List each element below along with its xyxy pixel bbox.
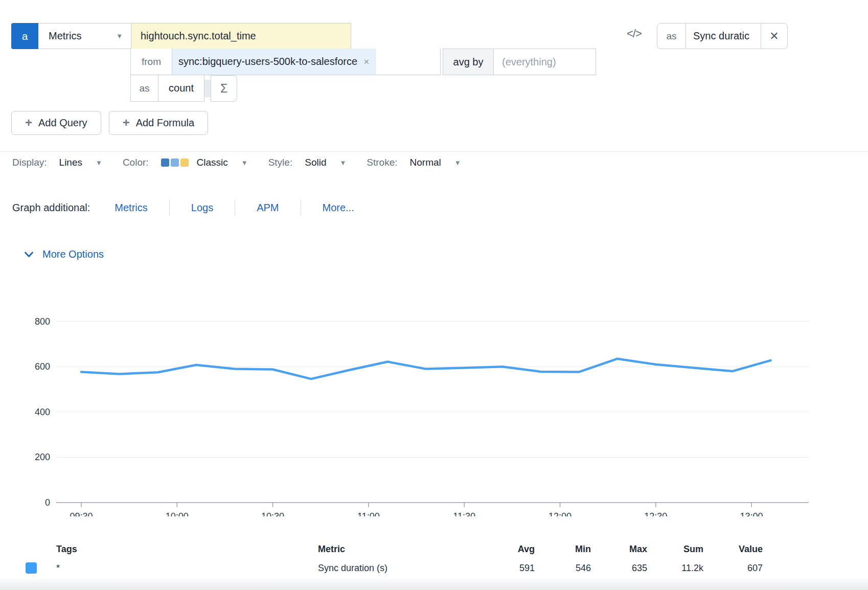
legend-header-avg: Avg: [487, 544, 535, 555]
query-letter-badge: a: [11, 23, 38, 49]
section-divider: [0, 151, 868, 152]
y-axis-label: 600: [35, 361, 50, 372]
series-color-swatch[interactable]: [26, 562, 37, 574]
y-axis-label: 400: [35, 407, 50, 417]
plus-icon: +: [25, 116, 32, 130]
color-label: Color:: [123, 157, 149, 168]
remove-tag-icon[interactable]: ×: [363, 56, 369, 67]
chevron-down-icon: ▼: [116, 32, 123, 40]
legend-value-value: 607: [703, 563, 763, 574]
x-axis-label: 09:30: [70, 511, 93, 516]
legend-header-tags: Tags: [56, 544, 318, 555]
chevron-down-icon[interactable]: ▼: [454, 159, 461, 167]
color-value-dropdown[interactable]: Classic: [197, 157, 228, 168]
graph-additional-label: Graph additional:: [12, 202, 90, 214]
legend-header-value: Value: [703, 544, 763, 555]
group-by-placeholder: (everything): [502, 56, 556, 68]
graph-additional-apm-link[interactable]: APM: [257, 202, 279, 214]
display-label: Display:: [12, 157, 47, 168]
x-axis-label: 11:30: [453, 511, 475, 516]
avg-by-button[interactable]: avg by: [443, 49, 494, 75]
stroke-label: Stroke:: [367, 157, 397, 168]
display-value-dropdown[interactable]: Lines: [59, 157, 82, 168]
legend-metric-value: Sync duration (s): [318, 563, 487, 574]
aggregator-dropdown[interactable]: count: [158, 75, 204, 102]
legend-table: Tags Metric Avg Min Max Sum Value * Sync…: [0, 540, 868, 578]
y-axis-label: 800: [35, 316, 50, 327]
metric-name-input[interactable]: hightouch.sync.total_time: [131, 23, 351, 49]
graph-additional-logs-link[interactable]: Logs: [191, 202, 213, 214]
legend-header-max: Max: [591, 544, 647, 555]
more-options-label: More Options: [42, 248, 104, 260]
style-value-dropdown[interactable]: Solid: [305, 157, 326, 168]
chevron-down-icon[interactable]: ▼: [339, 159, 346, 167]
x-axis-label: 12:00: [549, 511, 572, 516]
more-options-toggle[interactable]: More Options: [25, 248, 104, 260]
add-query-button[interactable]: + Add Query: [11, 111, 101, 135]
palette-color-3: [180, 158, 189, 167]
x-axis-label: 10:30: [261, 511, 284, 516]
data-source-dropdown[interactable]: Metrics ▼: [38, 23, 131, 49]
palette-color-1: [161, 158, 169, 167]
query-row-main: a Metrics ▼ hightouch.sync.total_time: [11, 23, 351, 49]
y-axis-label: 200: [35, 452, 50, 462]
legend-sum-value: 11.2k: [647, 563, 703, 574]
link-divider: [301, 200, 301, 215]
metric-name-value: hightouch.sync.total_time: [141, 30, 256, 42]
palette-color-2: [171, 158, 179, 167]
query-row-from: from sync:bigquery-users-500k-to-salesfo…: [130, 49, 596, 75]
y-axis-label: 0: [45, 497, 50, 508]
graph-additional-metrics-link[interactable]: Metrics: [115, 202, 147, 214]
color-palette-swatch[interactable]: [161, 158, 189, 167]
chevron-down-icon[interactable]: ▼: [96, 159, 102, 167]
legend-header-metric: Metric: [318, 544, 487, 555]
style-label: Style:: [268, 157, 293, 168]
legend-max-value: 635: [591, 563, 647, 574]
as-label: as: [130, 75, 158, 102]
add-formula-label: Add Formula: [136, 117, 195, 129]
chevron-down-icon: [25, 252, 33, 258]
timeseries-chart[interactable]: 020040060080009:3010:0010:3011:0011:3012…: [0, 276, 868, 516]
legend-header-row: Tags Metric Avg Min Max Sum Value: [0, 540, 868, 558]
x-axis-label: 12:30: [644, 511, 667, 516]
stroke-value-dropdown[interactable]: Normal: [410, 157, 441, 168]
x-axis-label: 10:00: [166, 511, 189, 516]
legend-series-row[interactable]: * Sync duration (s) 591 546 635 11.2k 60…: [0, 558, 868, 578]
alias-group: as Sync duratic ✕: [657, 23, 788, 49]
legend-avg-value: 591: [487, 563, 535, 574]
chart-canvas: 020040060080009:3010:0010:3011:0011:3012…: [0, 276, 868, 516]
chevron-down-icon[interactable]: ▼: [241, 159, 248, 167]
display-options-row: Display: Lines ▼ Color: Classic ▼ Style:…: [12, 153, 461, 172]
from-tag-text: sync:bigquery-users-500k-to-salesforce: [178, 56, 357, 67]
alias-input[interactable]: Sync duratic: [686, 24, 761, 49]
code-view-icon[interactable]: </>: [627, 27, 642, 40]
alias-as-label: as: [657, 24, 686, 49]
from-tag-chip[interactable]: sync:bigquery-users-500k-to-salesforce ×: [172, 49, 376, 75]
series-line: [81, 359, 771, 379]
query-row-as: as count Σ: [130, 75, 237, 102]
aggregation-group: avg by (everything): [443, 49, 596, 75]
legend-header-min: Min: [535, 544, 591, 555]
bottom-fade: [0, 577, 868, 590]
group-by-input[interactable]: (everything): [494, 49, 596, 75]
add-buttons-row: + Add Query + Add Formula: [11, 111, 208, 135]
from-filter-input[interactable]: sync:bigquery-users-500k-to-salesforce ×: [172, 49, 441, 75]
graph-additional-row: Graph additional: Metrics Logs APM More.…: [12, 198, 354, 217]
add-formula-button[interactable]: + Add Formula: [109, 111, 209, 135]
legend-tags-value: *: [56, 563, 318, 574]
link-divider: [169, 200, 170, 215]
plus-icon: +: [123, 116, 130, 130]
legend-header-sum: Sum: [647, 544, 703, 555]
legend-min-value: 546: [535, 563, 591, 574]
from-label: from: [130, 49, 172, 75]
graph-additional-more-link[interactable]: More...: [323, 202, 354, 214]
metric-query-editor: a Metrics ▼ hightouch.sync.total_time fr…: [0, 0, 868, 590]
x-axis-label: 13:00: [740, 511, 763, 516]
data-source-label: Metrics: [49, 30, 81, 42]
add-query-label: Add Query: [38, 117, 87, 129]
x-axis-label: 11:00: [357, 511, 380, 516]
connector-bar: [204, 80, 211, 97]
close-query-icon[interactable]: ✕: [761, 24, 787, 49]
sigma-function-button[interactable]: Σ: [211, 75, 237, 102]
link-divider: [235, 200, 235, 215]
